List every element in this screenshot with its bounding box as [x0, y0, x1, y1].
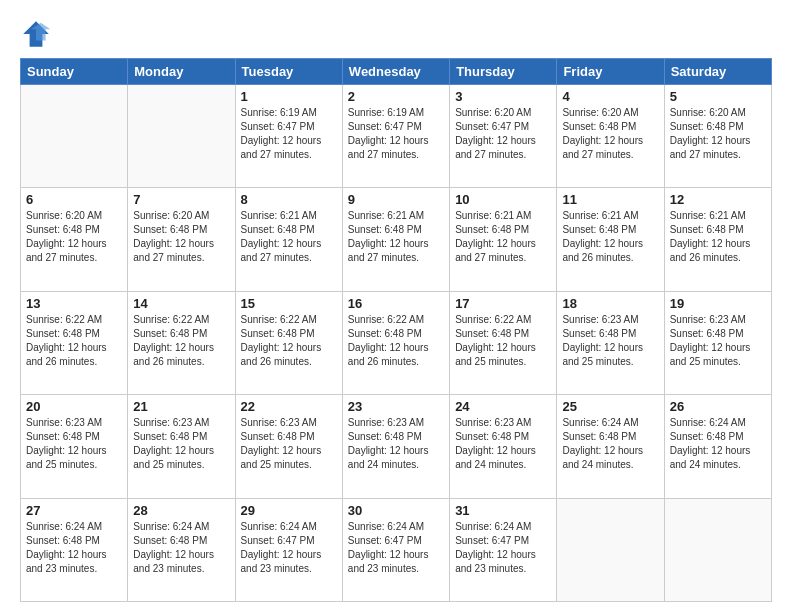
day-number: 4 [562, 89, 658, 104]
calendar-header: SundayMondayTuesdayWednesdayThursdayFrid… [21, 59, 772, 85]
day-info: Sunrise: 6:20 AMSunset: 6:48 PMDaylight:… [133, 209, 229, 265]
day-number: 19 [670, 296, 766, 311]
calendar-day: 8Sunrise: 6:21 AMSunset: 6:48 PMDaylight… [235, 188, 342, 291]
day-number: 10 [455, 192, 551, 207]
weekday-header-monday: Monday [128, 59, 235, 85]
day-info: Sunrise: 6:21 AMSunset: 6:48 PMDaylight:… [241, 209, 337, 265]
calendar-day: 5Sunrise: 6:20 AMSunset: 6:48 PMDaylight… [664, 85, 771, 188]
calendar-day: 15Sunrise: 6:22 AMSunset: 6:48 PMDayligh… [235, 291, 342, 394]
day-info: Sunrise: 6:24 AMSunset: 6:48 PMDaylight:… [26, 520, 122, 576]
day-number: 9 [348, 192, 444, 207]
logo-icon [20, 18, 52, 50]
calendar-day: 16Sunrise: 6:22 AMSunset: 6:48 PMDayligh… [342, 291, 449, 394]
day-number: 18 [562, 296, 658, 311]
calendar-day: 1Sunrise: 6:19 AMSunset: 6:47 PMDaylight… [235, 85, 342, 188]
calendar-day: 20Sunrise: 6:23 AMSunset: 6:48 PMDayligh… [21, 395, 128, 498]
calendar-day [128, 85, 235, 188]
calendar-day: 31Sunrise: 6:24 AMSunset: 6:47 PMDayligh… [450, 498, 557, 601]
weekday-header-friday: Friday [557, 59, 664, 85]
day-info: Sunrise: 6:20 AMSunset: 6:48 PMDaylight:… [26, 209, 122, 265]
calendar-body: 1Sunrise: 6:19 AMSunset: 6:47 PMDaylight… [21, 85, 772, 602]
calendar-day: 13Sunrise: 6:22 AMSunset: 6:48 PMDayligh… [21, 291, 128, 394]
day-info: Sunrise: 6:21 AMSunset: 6:48 PMDaylight:… [562, 209, 658, 265]
day-number: 31 [455, 503, 551, 518]
weekday-header-row: SundayMondayTuesdayWednesdayThursdayFrid… [21, 59, 772, 85]
day-number: 22 [241, 399, 337, 414]
day-number: 21 [133, 399, 229, 414]
day-info: Sunrise: 6:22 AMSunset: 6:48 PMDaylight:… [26, 313, 122, 369]
day-info: Sunrise: 6:24 AMSunset: 6:47 PMDaylight:… [348, 520, 444, 576]
day-number: 25 [562, 399, 658, 414]
day-info: Sunrise: 6:23 AMSunset: 6:48 PMDaylight:… [26, 416, 122, 472]
day-info: Sunrise: 6:21 AMSunset: 6:48 PMDaylight:… [670, 209, 766, 265]
day-number: 8 [241, 192, 337, 207]
weekday-header-tuesday: Tuesday [235, 59, 342, 85]
header [20, 18, 772, 50]
calendar-week-2: 6Sunrise: 6:20 AMSunset: 6:48 PMDaylight… [21, 188, 772, 291]
calendar-week-3: 13Sunrise: 6:22 AMSunset: 6:48 PMDayligh… [21, 291, 772, 394]
day-info: Sunrise: 6:19 AMSunset: 6:47 PMDaylight:… [241, 106, 337, 162]
calendar-day: 26Sunrise: 6:24 AMSunset: 6:48 PMDayligh… [664, 395, 771, 498]
day-info: Sunrise: 6:21 AMSunset: 6:48 PMDaylight:… [455, 209, 551, 265]
day-number: 1 [241, 89, 337, 104]
calendar-day: 19Sunrise: 6:23 AMSunset: 6:48 PMDayligh… [664, 291, 771, 394]
weekday-header-thursday: Thursday [450, 59, 557, 85]
day-number: 11 [562, 192, 658, 207]
day-info: Sunrise: 6:24 AMSunset: 6:47 PMDaylight:… [241, 520, 337, 576]
calendar-day: 6Sunrise: 6:20 AMSunset: 6:48 PMDaylight… [21, 188, 128, 291]
calendar-day: 22Sunrise: 6:23 AMSunset: 6:48 PMDayligh… [235, 395, 342, 498]
day-info: Sunrise: 6:24 AMSunset: 6:48 PMDaylight:… [562, 416, 658, 472]
logo [20, 18, 56, 50]
calendar-day: 4Sunrise: 6:20 AMSunset: 6:48 PMDaylight… [557, 85, 664, 188]
day-number: 27 [26, 503, 122, 518]
calendar-day: 24Sunrise: 6:23 AMSunset: 6:48 PMDayligh… [450, 395, 557, 498]
weekday-header-wednesday: Wednesday [342, 59, 449, 85]
day-info: Sunrise: 6:20 AMSunset: 6:48 PMDaylight:… [670, 106, 766, 162]
day-number: 6 [26, 192, 122, 207]
day-number: 17 [455, 296, 551, 311]
day-info: Sunrise: 6:23 AMSunset: 6:48 PMDaylight:… [133, 416, 229, 472]
day-number: 30 [348, 503, 444, 518]
day-number: 29 [241, 503, 337, 518]
day-number: 14 [133, 296, 229, 311]
day-info: Sunrise: 6:22 AMSunset: 6:48 PMDaylight:… [133, 313, 229, 369]
day-number: 15 [241, 296, 337, 311]
calendar-day: 18Sunrise: 6:23 AMSunset: 6:48 PMDayligh… [557, 291, 664, 394]
page: SundayMondayTuesdayWednesdayThursdayFrid… [0, 0, 792, 612]
calendar-day: 2Sunrise: 6:19 AMSunset: 6:47 PMDaylight… [342, 85, 449, 188]
day-info: Sunrise: 6:23 AMSunset: 6:48 PMDaylight:… [241, 416, 337, 472]
day-info: Sunrise: 6:20 AMSunset: 6:47 PMDaylight:… [455, 106, 551, 162]
calendar-day: 21Sunrise: 6:23 AMSunset: 6:48 PMDayligh… [128, 395, 235, 498]
calendar-day: 28Sunrise: 6:24 AMSunset: 6:48 PMDayligh… [128, 498, 235, 601]
calendar-day: 27Sunrise: 6:24 AMSunset: 6:48 PMDayligh… [21, 498, 128, 601]
calendar-day: 3Sunrise: 6:20 AMSunset: 6:47 PMDaylight… [450, 85, 557, 188]
calendar-day: 30Sunrise: 6:24 AMSunset: 6:47 PMDayligh… [342, 498, 449, 601]
day-number: 5 [670, 89, 766, 104]
day-number: 23 [348, 399, 444, 414]
calendar-day: 11Sunrise: 6:21 AMSunset: 6:48 PMDayligh… [557, 188, 664, 291]
calendar-week-1: 1Sunrise: 6:19 AMSunset: 6:47 PMDaylight… [21, 85, 772, 188]
calendar-day: 25Sunrise: 6:24 AMSunset: 6:48 PMDayligh… [557, 395, 664, 498]
calendar-day [21, 85, 128, 188]
day-info: Sunrise: 6:22 AMSunset: 6:48 PMDaylight:… [348, 313, 444, 369]
day-info: Sunrise: 6:24 AMSunset: 6:47 PMDaylight:… [455, 520, 551, 576]
day-info: Sunrise: 6:22 AMSunset: 6:48 PMDaylight:… [241, 313, 337, 369]
weekday-header-sunday: Sunday [21, 59, 128, 85]
day-info: Sunrise: 6:20 AMSunset: 6:48 PMDaylight:… [562, 106, 658, 162]
day-number: 20 [26, 399, 122, 414]
day-number: 13 [26, 296, 122, 311]
calendar-day: 9Sunrise: 6:21 AMSunset: 6:48 PMDaylight… [342, 188, 449, 291]
calendar-day: 29Sunrise: 6:24 AMSunset: 6:47 PMDayligh… [235, 498, 342, 601]
day-info: Sunrise: 6:23 AMSunset: 6:48 PMDaylight:… [670, 313, 766, 369]
calendar-week-5: 27Sunrise: 6:24 AMSunset: 6:48 PMDayligh… [21, 498, 772, 601]
calendar-day: 14Sunrise: 6:22 AMSunset: 6:48 PMDayligh… [128, 291, 235, 394]
calendar-day [664, 498, 771, 601]
calendar-table: SundayMondayTuesdayWednesdayThursdayFrid… [20, 58, 772, 602]
day-number: 2 [348, 89, 444, 104]
day-info: Sunrise: 6:23 AMSunset: 6:48 PMDaylight:… [562, 313, 658, 369]
day-info: Sunrise: 6:23 AMSunset: 6:48 PMDaylight:… [455, 416, 551, 472]
day-info: Sunrise: 6:22 AMSunset: 6:48 PMDaylight:… [455, 313, 551, 369]
day-number: 7 [133, 192, 229, 207]
calendar-day: 10Sunrise: 6:21 AMSunset: 6:48 PMDayligh… [450, 188, 557, 291]
calendar-day: 12Sunrise: 6:21 AMSunset: 6:48 PMDayligh… [664, 188, 771, 291]
